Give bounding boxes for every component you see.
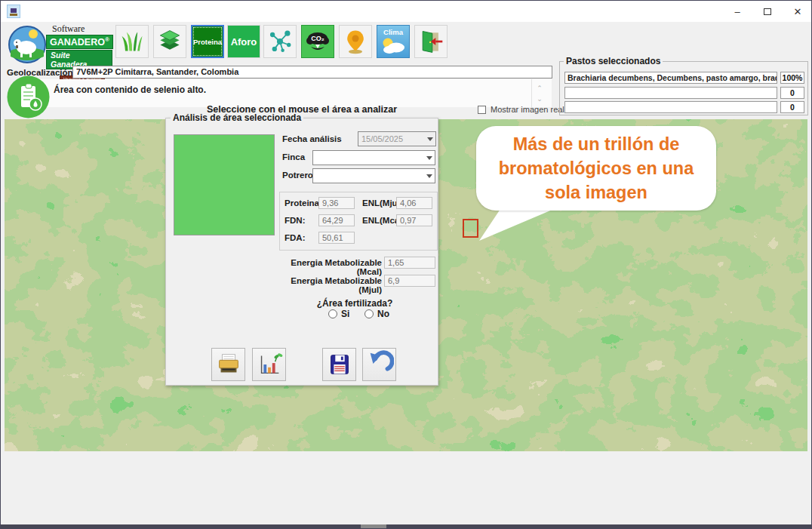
undo-button[interactable] — [362, 348, 396, 381]
proteina-value: 9,36 — [318, 197, 355, 209]
app-logo: Software GANADERO® Suite Ganadera Vacuno… — [8, 23, 112, 66]
geolocation-input[interactable]: 7V6M+2P Cimitarra, Santander, Colombia — [72, 66, 552, 78]
fda-value: 50,61 — [318, 232, 355, 244]
show-real-image-label: Mostrar imagen real — [491, 105, 564, 114]
clipboard-icon — [7, 75, 50, 118]
dropdown-arrow-icon — [427, 137, 433, 141]
fertilized-yes-radio[interactable] — [328, 309, 337, 318]
fda-label: FDA: — [285, 233, 305, 242]
logo-name: GANADERO® — [46, 35, 113, 49]
pasto-row-1-name[interactable]: Brachiaria decumbens, Decumbens, pasto a… — [564, 72, 777, 84]
forage-chart-button[interactable] — [252, 348, 286, 381]
pastos-title: Pastos seleccionados — [564, 56, 663, 66]
pasto-row-2-pct: 0 — [780, 87, 804, 99]
minimize-button[interactable]: – — [722, 1, 752, 22]
aforo-button[interactable]: Aforo — [227, 25, 260, 58]
enl-mcal-value: 0,97 — [396, 214, 432, 226]
logo-software: Software — [46, 23, 112, 35]
fertilized-yes-label: Si — [341, 309, 349, 319]
pasto-row-3-name[interactable] — [564, 101, 777, 113]
pasto-row-3-pct: 0 — [780, 101, 804, 113]
close-button[interactable]: ✕ — [783, 1, 812, 22]
maximize-icon — [764, 8, 771, 15]
em-mcal-value: 1,65 — [384, 257, 435, 269]
maximize-button[interactable] — [752, 1, 783, 22]
dropdown-arrow-icon — [426, 174, 432, 178]
finca-combobox[interactable] — [312, 150, 435, 165]
exit-button[interactable] — [414, 25, 448, 58]
resize-grip[interactable] — [361, 524, 386, 528]
dropdown-arrow-icon — [426, 156, 432, 160]
location-pin-icon — [342, 27, 369, 56]
pasto-row-1-pct: 100% — [780, 72, 804, 84]
undo-arrow-icon — [365, 350, 394, 379]
em-mcal-label: Energia Metabolizable (Mcal) — [279, 258, 382, 276]
pasto-row-2-name[interactable] — [564, 87, 777, 99]
co2-icon: CO₂ — [303, 26, 333, 57]
enl-mjul-value: 4,06 — [396, 197, 432, 209]
report-badge — [7, 75, 50, 121]
potrero-combobox[interactable] — [312, 168, 435, 183]
bubble-line-3: sola imagen — [545, 180, 647, 205]
cow-badge-icon — [8, 25, 46, 64]
finca-label: Finca — [282, 152, 305, 161]
printer-icon — [214, 350, 243, 379]
svg-text:CO₂: CO₂ — [311, 35, 324, 42]
layers-button[interactable] — [153, 25, 186, 58]
notice-divider — [531, 79, 532, 107]
callout-bubble: Más de un trillón de bromatológicos en u… — [476, 126, 716, 211]
clima-button[interactable]: Clima — [377, 25, 410, 58]
clima-icon: Clima — [378, 26, 408, 57]
bubble-line-1: Más de un trillón de — [513, 132, 680, 156]
titlebar: – ✕ — [1, 1, 811, 22]
em-mjul-label: Energia Metabolizable (Mjul) — [279, 276, 382, 294]
fecha-value: 15/05/2025 — [361, 134, 403, 143]
analysis-title: Análisis de área seleccionada — [171, 112, 303, 123]
print-button[interactable] — [211, 348, 245, 381]
scroll-down-icon[interactable]: ⌄ — [535, 96, 544, 102]
co2-button[interactable]: CO₂ — [301, 25, 334, 58]
fdn-value: 64,29 — [318, 214, 355, 226]
fertilized-no-radio[interactable] — [364, 309, 374, 318]
fdn-label: FDN: — [285, 216, 305, 225]
selected-area-preview — [174, 134, 275, 235]
proteina-button[interactable]: Proteina — [191, 25, 224, 58]
pastos-panel: Pastos seleccionados Brachiaria decumben… — [559, 61, 808, 115]
fertilized-no-label: No — [377, 309, 389, 319]
molecule-icon — [266, 28, 294, 55]
app-icon — [7, 5, 20, 18]
bubble-line-2: bromatológicos en una — [499, 156, 694, 180]
em-mjul-value: 6,9 — [384, 275, 435, 287]
app-window: – ✕ Software GANADERO® Suite Ganadera Va… — [0, 0, 812, 529]
scroll-up-icon[interactable]: ⌃ — [535, 85, 544, 91]
window-bottom-border — [1, 524, 811, 528]
analysis-panel: Análisis de área seleccionada Fecha anál… — [165, 118, 438, 386]
layers-icon — [156, 28, 183, 55]
fecha-combobox[interactable]: 15/05/2025 — [358, 131, 436, 146]
grass-icon — [118, 28, 146, 55]
notice-text: Área con contenido de selenio alto. — [54, 85, 206, 95]
fecha-label: Fecha análisis — [282, 134, 342, 143]
bubble-tail — [472, 208, 555, 242]
potrero-label: Potrero — [282, 171, 313, 180]
proteina-label: Proteina — [285, 198, 319, 208]
location-button[interactable] — [339, 25, 372, 58]
molecule-button[interactable] — [263, 25, 297, 58]
svg-text:Clima: Clima — [383, 28, 404, 36]
save-button[interactable] — [322, 348, 356, 381]
exit-door-icon — [417, 28, 444, 55]
fertilized-question: ¿Área fertilizada? — [294, 298, 415, 309]
pasture-button[interactable] — [115, 25, 149, 58]
chart-plant-icon — [255, 350, 284, 379]
floppy-disk-icon — [325, 350, 354, 379]
show-real-image-checkbox[interactable] — [478, 106, 486, 114]
